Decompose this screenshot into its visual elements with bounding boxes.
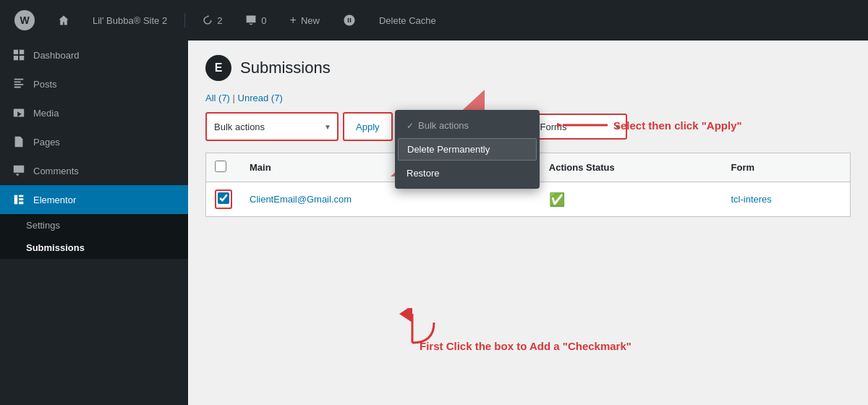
posts-icon: [12, 77, 26, 91]
row-status-cell: ✅: [540, 182, 723, 217]
home-icon: [58, 14, 69, 26]
home-icon-button[interactable]: [52, 12, 75, 29]
bulk-actions-wrapper: Bulk actions Delete Permanently Restore …: [205, 112, 339, 141]
sidebar-item-submissions[interactable]: Submissions: [0, 236, 188, 259]
bulk-actions-select[interactable]: Bulk actions Delete Permanently Restore: [207, 114, 337, 140]
comments-icon: [245, 14, 257, 26]
comments-icon: [12, 163, 26, 178]
dropdown-item-bulk-actions[interactable]: ✓ Bulk actions: [395, 114, 540, 137]
select-all-checkbox[interactable]: [215, 161, 226, 172]
bottom-annotation-text: First Click the box to Add a "Checkmark": [420, 340, 631, 352]
tab-all[interactable]: All (7): [205, 93, 230, 103]
svg-rect-1: [14, 195, 18, 205]
dropdown-item-restore[interactable]: Restore: [395, 162, 540, 184]
select-all-header: [206, 153, 242, 182]
sync-button[interactable]: 2: [197, 12, 228, 29]
dropdown-item-delete[interactable]: Delete Permanently: [398, 138, 537, 161]
sidebar-submenu: Settings Submissions: [0, 214, 188, 259]
dropdown-label-restore: Restore: [407, 168, 440, 179]
form-column-header: Form: [723, 153, 851, 182]
delete-cache-label: Delete Cache: [379, 15, 436, 26]
red-arrow-up-icon: [398, 308, 441, 344]
apply-button-wrapper: Apply: [343, 112, 393, 141]
sidebar-item-elementor[interactable]: Elementor: [0, 185, 188, 214]
sidebar-label-media: Media: [33, 108, 59, 119]
plus-icon: +: [290, 14, 297, 27]
actions-status-header: Actions Status: [540, 153, 723, 182]
dropdown-label-delete: Delete Permanently: [407, 144, 490, 155]
yoast-button[interactable]: [337, 11, 362, 30]
comments-button[interactable]: 0: [239, 12, 272, 29]
wp-logo-icon: W: [14, 10, 35, 30]
apply-button[interactable]: Apply: [344, 114, 391, 140]
new-button[interactable]: + New: [284, 11, 326, 30]
status-check-icon: ✅: [549, 192, 565, 207]
svg-rect-3: [19, 198, 23, 200]
logo-text: E: [215, 61, 223, 74]
bulk-actions-dropdown: ✓ Bulk actions Delete Permanently Restor…: [395, 110, 540, 189]
page-title: Submissions: [240, 59, 331, 77]
elementor-icon: [12, 192, 26, 207]
sync-icon: [203, 15, 213, 25]
new-label: New: [301, 15, 320, 26]
yoast-icon: [343, 14, 356, 27]
sidebar-item-settings[interactable]: Settings: [0, 214, 188, 236]
sidebar-label-elementor: Elementor: [33, 195, 76, 205]
tabs-row: All (7) | Unread (7): [205, 93, 851, 103]
divider: [184, 13, 185, 27]
elementor-logo: E: [205, 55, 231, 81]
admin-bar: W Lil' Bubba® Site 2 2 0 + New Delete Ca…: [0, 0, 868, 40]
sidebar-label-posts: Posts: [33, 79, 57, 90]
dashboard-icon: [12, 48, 26, 62]
row-form-cell: tcl-interes: [723, 182, 851, 217]
sync-count: 2: [217, 15, 222, 26]
sidebar-item-comments[interactable]: Comments: [0, 156, 188, 185]
comments-count: 0: [261, 15, 266, 26]
dropdown-label-bulk-actions: Bulk actions: [418, 120, 469, 131]
tab-unread[interactable]: Unread (7): [238, 93, 283, 103]
sidebar-label-pages: Pages: [33, 137, 60, 148]
sidebar-item-media[interactable]: Media: [0, 98, 188, 127]
layout: Dashboard Posts Media Pages Comments: [0, 40, 868, 405]
form-link[interactable]: tcl-interes: [731, 194, 772, 205]
sidebar-label-dashboard: Dashboard: [33, 50, 80, 61]
bottom-annotation: First Click the box to Add a "Checkmark": [398, 308, 631, 352]
media-icon: [12, 106, 26, 120]
row-checkbox[interactable]: [218, 192, 229, 204]
page-header: E Submissions: [205, 55, 851, 81]
checked-checkbox-wrapper: [215, 189, 232, 209]
wp-logo-button[interactable]: W: [9, 7, 41, 33]
delete-cache-button[interactable]: Delete Cache: [373, 12, 442, 29]
sidebar-label-submissions: Submissions: [26, 242, 85, 253]
sidebar-label-settings: Settings: [26, 220, 60, 231]
sidebar: Dashboard Posts Media Pages Comments: [0, 40, 188, 405]
sidebar-item-dashboard[interactable]: Dashboard: [0, 40, 188, 69]
sidebar-label-comments: Comments: [33, 166, 79, 176]
svg-rect-2: [19, 195, 23, 197]
tab-separator: |: [233, 93, 238, 103]
site-name[interactable]: Lil' Bubba® Site 2: [87, 12, 173, 29]
sidebar-item-pages[interactable]: Pages: [0, 127, 188, 156]
email-link[interactable]: ClientEmail@Gmail.com: [250, 194, 352, 205]
row-checkbox-cell[interactable]: [206, 182, 242, 217]
sidebar-item-posts[interactable]: Posts: [0, 69, 188, 98]
main-content: E Submissions All (7) | Unread (7) Bulk …: [188, 40, 868, 405]
pages-icon: [12, 135, 26, 149]
svg-rect-4: [19, 202, 23, 205]
checkmark-icon: ✓: [407, 121, 414, 131]
